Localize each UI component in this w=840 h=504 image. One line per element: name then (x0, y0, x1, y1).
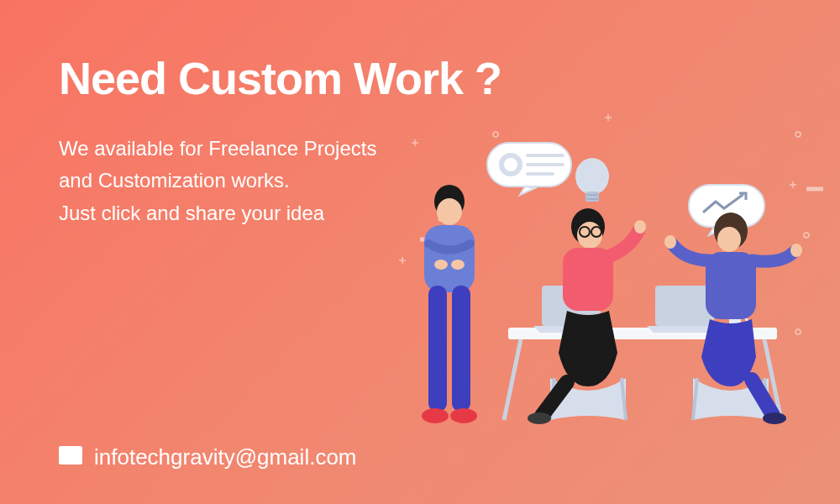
svg-point-0 (493, 132, 498, 137)
svg-point-36 (763, 412, 786, 424)
svg-point-18 (434, 260, 448, 270)
svg-point-19 (451, 260, 465, 270)
subtext-line-1: We available for Freelance Projects (59, 133, 376, 165)
svg-point-35 (790, 244, 802, 257)
svg-rect-21 (452, 286, 470, 412)
svg-point-1 (795, 132, 801, 137)
svg-rect-12 (655, 286, 714, 326)
svg-point-22 (422, 408, 449, 423)
svg-point-29 (634, 220, 646, 234)
svg-point-4 (795, 329, 801, 334)
email-text: infotechgravity@gmail.com (94, 444, 357, 470)
svg-rect-20 (428, 286, 447, 412)
svg-point-3 (804, 233, 809, 238)
svg-point-23 (450, 408, 477, 423)
subtext-line-3: Just click and share your idea (59, 197, 376, 229)
page-subtext: We available for Freelance Projects and … (59, 133, 376, 229)
page-title: Need Custom Work ? (59, 52, 501, 104)
mail-icon (59, 444, 82, 470)
svg-point-5 (575, 158, 609, 195)
svg-rect-17 (424, 225, 475, 292)
subtext-line-2: and Customization works. (59, 165, 376, 197)
svg-rect-6 (585, 192, 599, 202)
contact-email[interactable]: infotechgravity@gmail.com (59, 444, 357, 470)
svg-point-32 (717, 227, 741, 252)
svg-point-16 (437, 198, 462, 225)
svg-point-34 (664, 235, 676, 249)
team-illustration (378, 109, 823, 428)
svg-point-30 (528, 412, 551, 424)
